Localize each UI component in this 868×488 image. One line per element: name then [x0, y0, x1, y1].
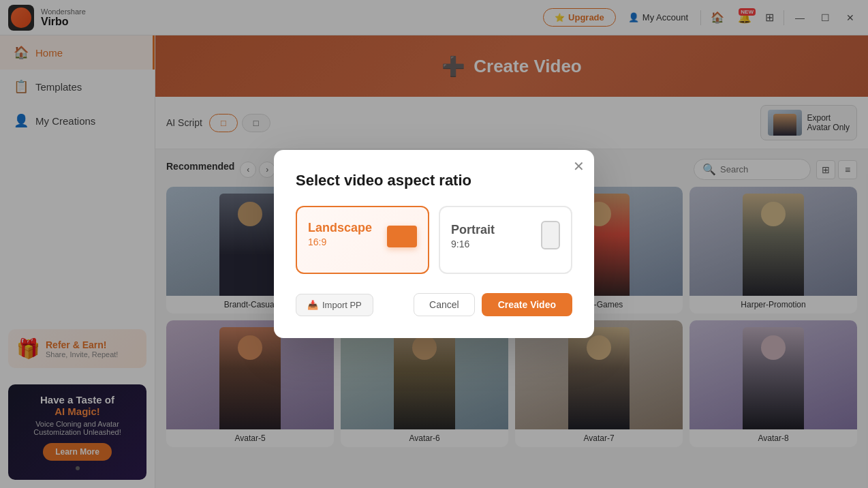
- landscape-option[interactable]: Landscape 16:9: [296, 206, 429, 274]
- landscape-name: Landscape: [308, 221, 372, 235]
- aspect-options: Landscape 16:9 Portrait 9:16: [296, 206, 572, 274]
- modal-footer: 📥 Import PP Cancel Create Video: [296, 293, 572, 316]
- portrait-name: Portrait: [451, 223, 495, 237]
- portrait-ratio: 9:16: [451, 239, 495, 249]
- portrait-card-inner: Portrait 9:16: [451, 221, 560, 249]
- import-pp-button[interactable]: 📥 Import PP: [296, 294, 373, 316]
- landscape-icon: [387, 226, 417, 247]
- modal-close-button[interactable]: ✕: [573, 159, 585, 173]
- create-video-modal-button[interactable]: Create Video: [482, 293, 572, 316]
- modal-actions: Cancel Create Video: [414, 293, 572, 316]
- cancel-button[interactable]: Cancel: [414, 293, 475, 316]
- landscape-card-inner: Landscape 16:9: [308, 221, 417, 247]
- modal-title: Select video aspect ratio: [296, 172, 572, 189]
- import-icon: 📥: [307, 300, 318, 310]
- aspect-ratio-modal: ✕ Select video aspect ratio Landscape 16…: [274, 150, 594, 338]
- landscape-ratio: 16:9: [308, 237, 372, 247]
- landscape-text: Landscape 16:9: [308, 221, 372, 247]
- import-pp-label: Import PP: [322, 300, 362, 310]
- portrait-text: Portrait 9:16: [451, 223, 495, 249]
- modal-overlay: ✕ Select video aspect ratio Landscape 16…: [0, 0, 868, 488]
- portrait-icon: [541, 221, 560, 249]
- portrait-option[interactable]: Portrait 9:16: [439, 206, 572, 274]
